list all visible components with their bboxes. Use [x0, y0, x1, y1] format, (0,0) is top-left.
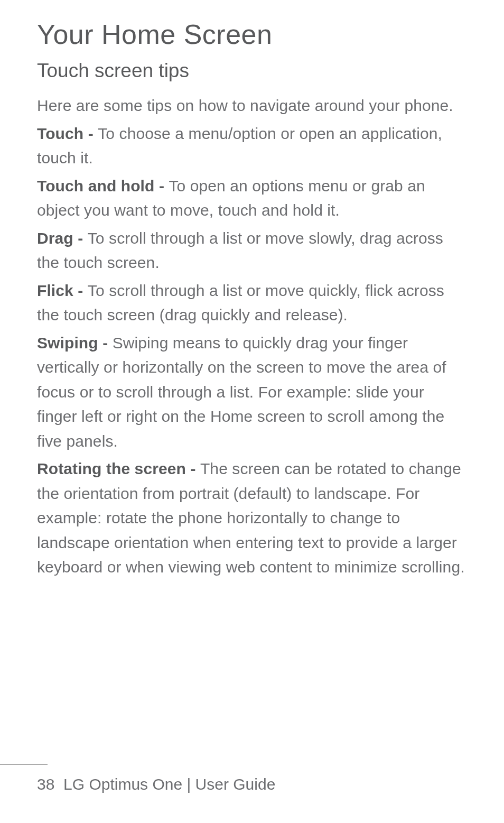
- footer-text: 38 LG Optimus One | User Guide: [37, 775, 504, 793]
- tip-label: Touch -: [37, 125, 98, 142]
- footer-divider: [0, 764, 48, 765]
- doc-type: User Guide: [195, 775, 276, 793]
- tip-flick: Flick - To scroll through a list or move…: [37, 279, 467, 328]
- page-footer: 38 LG Optimus One | User Guide: [0, 764, 504, 793]
- section-heading: Touch screen tips: [37, 60, 467, 82]
- tip-drag: Drag - To scroll through a list or move …: [37, 226, 467, 275]
- page-title: Your Home Screen: [37, 19, 467, 50]
- tip-rotating-screen: Rotating the screen - The screen can be …: [37, 457, 467, 580]
- tip-touch-and-hold: Touch and hold - To open an options menu…: [37, 174, 467, 223]
- tip-text: To scroll through a list or move quickly…: [37, 282, 444, 324]
- tip-swiping: Swiping - Swiping means to quickly drag …: [37, 331, 467, 454]
- product-name: LG Optimus One: [63, 775, 182, 793]
- document-page: Your Home Screen Touch screen tips Here …: [0, 0, 504, 823]
- tip-text: To scroll through a list or move slowly,…: [37, 229, 443, 272]
- tip-label: Touch and hold -: [37, 177, 169, 195]
- tip-label: Drag -: [37, 229, 88, 247]
- intro-paragraph: Here are some tips on how to navigate ar…: [37, 94, 467, 118]
- tip-label: Swiping -: [37, 334, 113, 352]
- tip-text: To choose a menu/option or open an appli…: [37, 125, 442, 167]
- tip-touch: Touch - To choose a menu/option or open …: [37, 122, 467, 171]
- tip-label: Rotating the screen -: [37, 460, 200, 477]
- page-number: 38: [37, 775, 54, 793]
- tip-label: Flick -: [37, 282, 88, 299]
- footer-separator: |: [182, 775, 195, 793]
